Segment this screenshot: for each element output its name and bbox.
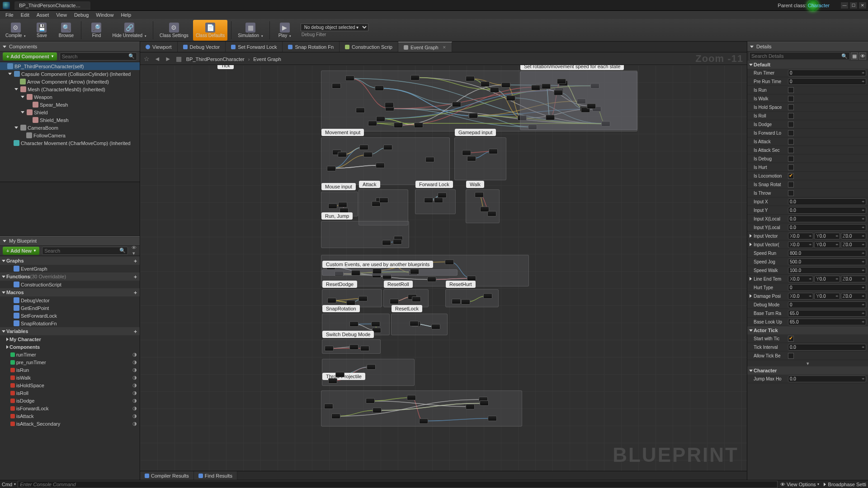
bp-item[interactable]: isDodge◑ [0, 397, 140, 404]
graph-node[interactable] [419, 418, 428, 424]
vec-y-input[interactable]: Y 0.0 [814, 293, 840, 300]
component-row[interactable]: Capsule Component (CollisionCylinder) (I… [0, 70, 140, 78]
property-matrix-icon[interactable]: ▦ [851, 52, 858, 60]
number-input[interactable]: 0 [788, 284, 866, 291]
section-macros[interactable]: Macros＋ [0, 288, 140, 296]
csettings-button[interactable]: ⚙Class Settings [157, 20, 191, 41]
expand-icon[interactable] [14, 127, 18, 129]
vec-y-input[interactable]: Y 0.0 [814, 233, 840, 239]
graph-node[interactable] [410, 75, 420, 80]
category-header[interactable]: Default [747, 61, 868, 69]
number-input[interactable]: 0.0 [788, 198, 866, 205]
checkbox[interactable] [788, 156, 794, 162]
components-panel-header[interactable]: Components [0, 42, 140, 52]
bp-item[interactable]: isWalk◑ [0, 374, 140, 381]
vec-x-input[interactable]: X 0.0 [788, 241, 813, 248]
comment-group[interactable]: Attack [359, 189, 408, 225]
visibility-icon[interactable]: ◑ [132, 405, 138, 411]
bp-item[interactable]: ConstructionScript [0, 281, 140, 288]
graph-node[interactable] [467, 156, 476, 161]
component-row[interactable]: CameraBoom [0, 124, 140, 131]
components-search[interactable]: 🔍 [60, 52, 137, 61]
graph-node[interactable] [557, 79, 566, 84]
vec-z-input[interactable]: Z 0.0 [841, 233, 866, 239]
graph-node[interactable] [346, 300, 355, 305]
graph-node[interactable] [359, 145, 368, 150]
number-input[interactable]: 65.0 [788, 310, 866, 317]
menu-asset[interactable]: Asset [33, 11, 53, 19]
bp-item[interactable]: EventGraph [0, 265, 140, 272]
graph-node[interactable] [371, 321, 380, 327]
browse-button[interactable]: 🔍Browse [55, 20, 77, 41]
bp-item[interactable]: runTimer◑ [0, 351, 140, 358]
expand-icon[interactable] [21, 111, 24, 113]
component-row[interactable]: Spear_Mesh [0, 101, 140, 108]
graph-node[interactable] [373, 408, 382, 413]
checkbox[interactable] [788, 122, 794, 127]
graph-node[interactable] [345, 75, 354, 81]
graph-node[interactable] [360, 346, 369, 351]
find-button[interactable]: 🔎Find [85, 20, 108, 41]
graph-node[interactable] [461, 299, 470, 305]
graph-node[interactable] [363, 152, 373, 157]
graph-node[interactable] [328, 378, 337, 384]
checkbox[interactable] [788, 104, 794, 110]
graph-node[interactable] [506, 95, 515, 101]
graph-tab[interactable]: Construction Scrip [340, 42, 398, 52]
graph-node[interactable] [475, 192, 484, 197]
graph-tab[interactable]: Event Graph✕ [398, 42, 452, 52]
visibility-icon[interactable]: ◑ [132, 382, 138, 388]
graph-node[interactable] [335, 372, 344, 377]
graph-node[interactable] [427, 277, 436, 282]
checkbox[interactable] [788, 353, 794, 359]
console-input[interactable] [18, 481, 778, 488]
graph-node[interactable] [531, 85, 540, 90]
window-tab[interactable]: BP_ThirdPersonCharacte… [14, 1, 90, 9]
component-row[interactable]: FollowCamera [0, 131, 140, 139]
graph-node[interactable] [356, 108, 365, 113]
number-input[interactable]: 0 [788, 78, 866, 85]
graph-node[interactable] [490, 87, 499, 93]
graph-node[interactable] [587, 103, 596, 109]
nav-back-icon[interactable]: ◄ [154, 55, 160, 62]
compile-button[interactable]: ⚙Compile ▾ [3, 20, 28, 41]
broadphase-expander[interactable]: Broadphase Setti [824, 482, 866, 487]
bp-item[interactable]: isAttack◑ [0, 412, 140, 420]
comment-group[interactable]: Gamepad input [454, 137, 506, 180]
bp-item[interactable]: DebugVector [0, 296, 140, 304]
graph-node[interactable] [332, 83, 341, 89]
graph-node[interactable] [554, 90, 563, 95]
save-button[interactable]: 💾Save [30, 20, 53, 41]
graph-canvas[interactable]: BLUEPRINT TickSet rotation/movement spee… [140, 65, 747, 471]
add-icon[interactable]: ＋ [133, 328, 138, 335]
expand-icon[interactable] [21, 96, 24, 98]
graph-node[interactable] [452, 299, 461, 304]
eye-icon[interactable]: 👁 [859, 52, 866, 60]
graph-node[interactable] [393, 239, 402, 244]
sim-button[interactable]: ▦Simulation ▾ [235, 20, 265, 41]
graph-node[interactable] [349, 344, 359, 350]
comment-group[interactable]: Custom Events, are used by another bluep… [322, 269, 458, 276]
add-icon[interactable]: ＋ [133, 273, 138, 280]
checkbox[interactable] [788, 139, 794, 145]
close-button[interactable]: ✕ [859, 2, 866, 9]
menu-debug[interactable]: Debug [71, 11, 92, 19]
number-input[interactable]: 0.0 [788, 207, 866, 214]
graph-node[interactable] [327, 166, 336, 171]
number-input[interactable]: 0 [788, 70, 866, 76]
bp-item[interactable]: isAttack_Secondary◑ [0, 420, 140, 427]
visibility-icon[interactable]: ◑ [132, 398, 138, 404]
graph-tab[interactable]: Viewport [140, 42, 178, 52]
checkbox[interactable] [788, 182, 794, 188]
details-search[interactable]: 🔍 [749, 52, 850, 60]
graph-tab[interactable]: Snap Rotation Fn [283, 42, 340, 52]
parent-class-link[interactable]: Character [808, 3, 830, 8]
graph-node[interactable] [487, 211, 496, 216]
vec-x-input[interactable]: X 0.0 [788, 293, 813, 300]
bp-item[interactable]: isRun◑ [0, 366, 140, 374]
graph-tab[interactable]: Set Forward Lock [226, 42, 283, 52]
checkbox[interactable] [788, 336, 794, 342]
graph-node[interactable] [546, 115, 555, 120]
visibility-icon[interactable]: ◑ [132, 367, 138, 373]
component-row[interactable]: Shield_Mesh [0, 116, 140, 124]
